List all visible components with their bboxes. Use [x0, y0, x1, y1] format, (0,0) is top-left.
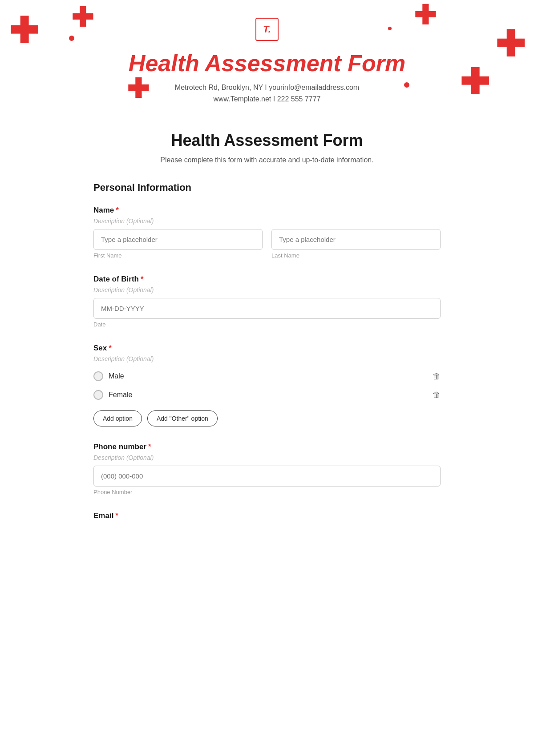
- last-name-col: Last Name: [271, 229, 441, 259]
- required-star-email: *: [115, 511, 118, 520]
- first-name-input[interactable]: [93, 229, 263, 250]
- header-banner: T. Health Assessment Form Metrotech Rd, …: [0, 0, 534, 118]
- first-name-hint: First Name: [93, 252, 263, 259]
- add-other-option-button[interactable]: Add "Other" option: [147, 410, 218, 426]
- banner-address-line2: www.Template.net I 222 555 7777: [9, 93, 525, 105]
- radio-circle-female[interactable]: [93, 390, 103, 400]
- form-main-title: Health Assessment Form: [93, 131, 441, 150]
- first-name-col: First Name: [93, 229, 263, 259]
- banner-title: Health Assessment Form: [9, 50, 525, 76]
- field-group-email: Email *: [93, 511, 441, 520]
- field-label-name: Name *: [93, 206, 441, 215]
- form-description: Please complete this form with accurate …: [93, 156, 441, 164]
- radio-label-male: Male: [109, 372, 124, 380]
- radio-option-female: Female 🗑: [93, 386, 441, 404]
- field-label-email: Email *: [93, 511, 441, 520]
- radio-label-female: Female: [109, 391, 132, 399]
- delete-male-button[interactable]: 🗑: [433, 372, 441, 381]
- radio-circle-male[interactable]: [93, 371, 103, 381]
- logo-text: T.: [263, 24, 271, 35]
- field-group-sex: Sex * Description (Optional) Male 🗑 Fema…: [93, 344, 441, 426]
- required-star-phone: *: [148, 442, 151, 451]
- required-star-name: *: [116, 206, 119, 215]
- field-label-dob: Date of Birth *: [93, 275, 441, 284]
- field-label-phone: Phone number *: [93, 442, 441, 451]
- delete-female-button[interactable]: 🗑: [433, 390, 441, 400]
- required-star-sex: *: [109, 344, 112, 353]
- radio-option-male: Male 🗑: [93, 367, 441, 386]
- dob-input[interactable]: [93, 298, 441, 319]
- field-group-name: Name * Description (Optional) First Name…: [93, 206, 441, 259]
- last-name-hint: Last Name: [271, 252, 441, 259]
- logo-box: T.: [255, 18, 279, 41]
- add-option-row: Add option Add "Other" option: [93, 410, 441, 426]
- dob-hint: Date: [93, 321, 441, 328]
- add-option-button[interactable]: Add option: [93, 410, 142, 426]
- phone-hint: Phone Number: [93, 489, 441, 495]
- section-personal-title: Personal Information: [93, 182, 441, 193]
- banner-address-line1: Metrotech Rd, Brooklyn, NY I yourinfo@em…: [9, 82, 525, 93]
- field-desc-dob: Description (Optional): [93, 286, 441, 294]
- phone-input[interactable]: [93, 466, 441, 487]
- field-desc-phone: Description (Optional): [93, 454, 441, 461]
- name-input-row: First Name Last Name: [93, 229, 441, 259]
- required-star-dob: *: [141, 275, 144, 284]
- last-name-input[interactable]: [271, 229, 441, 250]
- form-content: Health Assessment Form Please complete t…: [67, 131, 467, 572]
- field-desc-name: Description (Optional): [93, 217, 441, 225]
- field-label-sex: Sex *: [93, 344, 441, 353]
- field-desc-sex: Description (Optional): [93, 355, 441, 362]
- field-group-dob: Date of Birth * Description (Optional) D…: [93, 275, 441, 328]
- field-group-phone: Phone number * Description (Optional) Ph…: [93, 442, 441, 495]
